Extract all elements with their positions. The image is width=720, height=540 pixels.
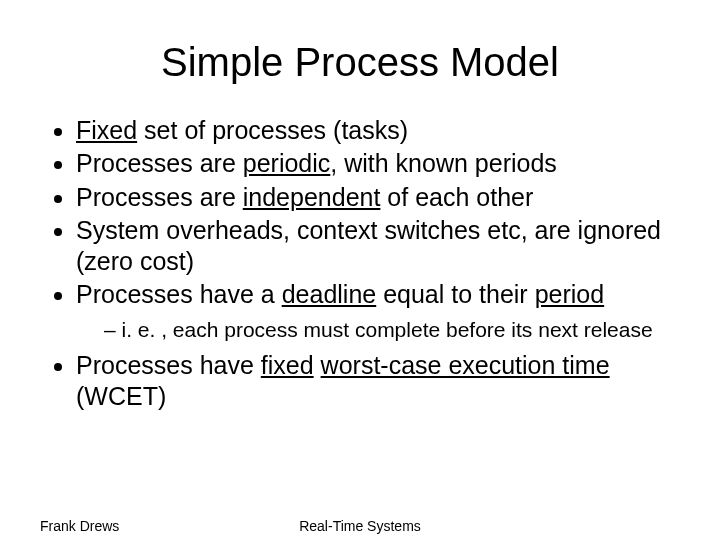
underline-text: worst-case execution time: [321, 351, 610, 379]
text: i. e. , each process must complete befor…: [122, 318, 653, 341]
list-item: Processes are periodic, with known perio…: [76, 148, 680, 179]
slide: Simple Process Model Fixed set of proces…: [0, 0, 720, 540]
text: equal to their: [376, 280, 534, 308]
list-item: Processes have a deadline equal to their…: [76, 279, 680, 341]
list-item: Processes are independent of each other: [76, 182, 680, 213]
bullet-list: Fixed set of processes (tasks) Processes…: [40, 115, 680, 412]
text: of each other: [380, 183, 533, 211]
list-item: System overheads, context switches etc, …: [76, 215, 680, 278]
text: Processes have a: [76, 280, 282, 308]
text: Processes have: [76, 351, 261, 379]
text: [314, 351, 321, 379]
underline-text: period: [535, 280, 605, 308]
text: (WCET): [76, 382, 166, 410]
text: Processes are: [76, 183, 243, 211]
text: System overheads, context switches etc, …: [76, 216, 661, 275]
slide-title: Simple Process Model: [40, 40, 680, 85]
footer-title: Real-Time Systems: [40, 518, 680, 534]
text: Processes are: [76, 149, 243, 177]
text: , with known periods: [330, 149, 557, 177]
underline-text: deadline: [282, 280, 377, 308]
list-item: Processes have fixed worst-case executio…: [76, 350, 680, 413]
sub-list-item: i. e. , each process must complete befor…: [104, 317, 680, 342]
underline-text: periodic: [243, 149, 331, 177]
list-item: Fixed set of processes (tasks): [76, 115, 680, 146]
text: set of processes (tasks): [137, 116, 408, 144]
underline-text: Fixed: [76, 116, 137, 144]
underline-text: independent: [243, 183, 381, 211]
sub-list: i. e. , each process must complete befor…: [76, 317, 680, 342]
underline-text: fixed: [261, 351, 314, 379]
